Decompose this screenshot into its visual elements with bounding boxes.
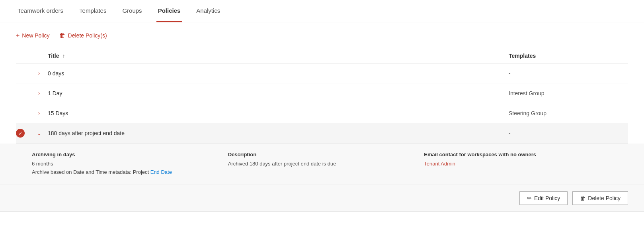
row-title-0days: 0 days	[48, 70, 509, 77]
row-checkbox-180days[interactable]: ✓	[16, 129, 35, 138]
table-header: Title ↑ Templates	[16, 49, 628, 63]
edit-policy-button[interactable]: ✏ Edit Policy	[519, 191, 568, 205]
plus-icon: +	[16, 32, 20, 39]
tab-templates[interactable]: Templates	[78, 0, 108, 22]
edit-icon: ✏	[527, 195, 532, 201]
row-templates-1day: Interest Group	[509, 90, 628, 96]
archiving-value: 6 months	[32, 160, 220, 168]
chevron-right-icon: ›	[35, 109, 43, 117]
row-templates-180days: -	[509, 130, 628, 136]
expanded-actions-bar: ✏ Edit Policy 🗑 Delete Policy	[0, 185, 644, 212]
archive-meta: Archive based on Date and Time metadata:…	[32, 168, 220, 177]
row-title-1day: 1 Day	[48, 90, 509, 96]
delete-policies-button[interactable]: 🗑 Delete Policy(s)	[59, 30, 107, 41]
email-label: Email contact for workspaces with no own…	[424, 152, 612, 157]
trash-icon: 🗑	[59, 32, 66, 39]
detail-archiving-col: Archiving in days 6 months Archive based…	[32, 152, 220, 177]
archive-meta-link[interactable]: End Date	[150, 169, 172, 175]
chevron-down-icon: ⌄	[35, 129, 43, 137]
table-row: › 1 Day Interest Group	[16, 83, 628, 103]
selected-check-icon: ✓	[16, 129, 25, 138]
delete-policy-button[interactable]: 🗑 Delete Policy	[572, 191, 628, 205]
delete-policy-label: Delete Policy	[588, 195, 621, 201]
delete-policies-label: Delete Policy(s)	[68, 32, 107, 39]
detail-grid: Archiving in days 6 months Archive based…	[32, 152, 612, 177]
expanded-detail-panel: Archiving in days 6 months Archive based…	[0, 144, 644, 185]
row-templates-15days: Steering Group	[509, 110, 628, 116]
row-templates-0days: -	[509, 70, 628, 77]
row-expand-180days[interactable]: ⌄	[35, 129, 48, 137]
tab-policies[interactable]: Policies	[156, 0, 182, 22]
table-row: › 0 days -	[16, 63, 628, 83]
new-policy-label: New Policy	[22, 32, 49, 39]
new-policy-button[interactable]: + New Policy	[16, 30, 50, 41]
email-link[interactable]: Tenant Admin	[424, 161, 455, 167]
delete-icon: 🗑	[580, 195, 585, 201]
detail-email-col: Email contact for workspaces with no own…	[424, 152, 612, 177]
tab-groups[interactable]: Groups	[121, 0, 143, 22]
chevron-right-icon: ›	[35, 69, 43, 77]
chevron-right-icon: ›	[35, 89, 43, 97]
description-value: Archived 180 days after project end date…	[228, 160, 416, 168]
edit-policy-label: Edit Policy	[534, 195, 560, 201]
row-expand-1day[interactable]: ›	[35, 89, 48, 97]
tab-analytics[interactable]: Analytics	[195, 0, 222, 22]
nav-tabs: Teamwork orders Templates Groups Policie…	[0, 0, 644, 22]
table-row-selected: ✓ ⌄ 180 days after project end date -	[16, 123, 628, 144]
header-title: Title ↑	[48, 53, 509, 59]
policies-table: Title ↑ Templates › 0 days - › 1 Day Int…	[0, 49, 644, 144]
archive-meta-prefix: Archive based on Date and Time metadata:…	[32, 169, 150, 175]
table-row: › 15 Days Steering Group	[16, 103, 628, 123]
sort-arrow-icon: ↑	[62, 53, 65, 59]
row-expand-15days[interactable]: ›	[35, 109, 48, 117]
tab-teamwork-orders[interactable]: Teamwork orders	[16, 0, 65, 22]
description-label: Description	[228, 152, 416, 157]
archiving-label: Archiving in days	[32, 152, 220, 157]
row-title-15days: 15 Days	[48, 110, 509, 116]
row-expand-0days[interactable]: ›	[35, 69, 48, 77]
detail-description-col: Description Archived 180 days after proj…	[228, 152, 416, 177]
row-title-180days: 180 days after project end date	[48, 130, 509, 136]
header-templates: Templates	[509, 53, 628, 59]
toolbar: + New Policy 🗑 Delete Policy(s)	[0, 22, 644, 49]
